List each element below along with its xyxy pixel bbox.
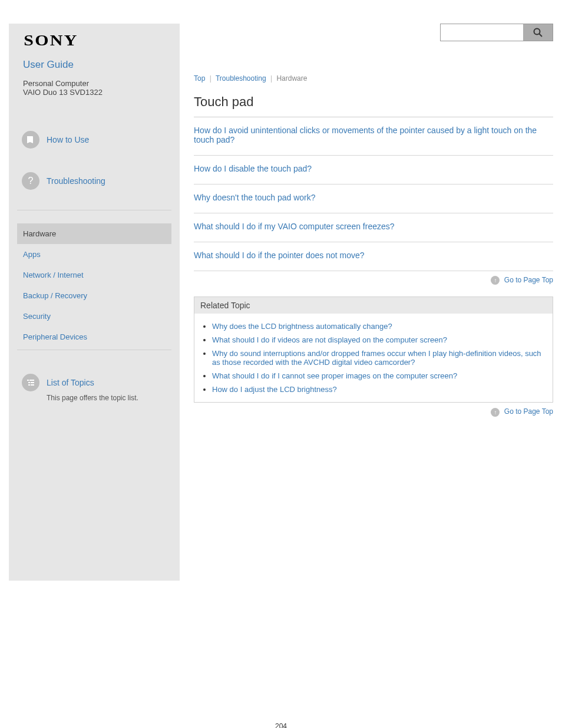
topic-link[interactable]: How do I avoid unintentional clicks or m… (194, 126, 537, 144)
crumb-current: Hardware (276, 74, 307, 83)
magnifier-icon (533, 27, 543, 38)
topic-item: Why doesn't the touch pad work? (194, 185, 553, 213)
brand-logo: SONY (9, 24, 206, 54)
related-link[interactable]: What should I do if I cannot see proper … (212, 371, 457, 380)
book-icon (22, 131, 39, 149)
nav-list-of-topics[interactable]: List of Topics (17, 363, 171, 394)
topic-item: How do I avoid unintentional clicks or m… (194, 117, 553, 156)
subnav-backup[interactable]: Backup / Recovery (17, 285, 171, 306)
crumb-top[interactable]: Top (194, 74, 205, 83)
svg-rect-4 (28, 384, 30, 386)
main-content: Top | Troubleshooting | Hardware Touch p… (180, 24, 553, 581)
sidebar: SONY User Guide Personal Computer VAIO D… (9, 24, 180, 581)
question-icon: ? (22, 172, 39, 190)
user-guide-link[interactable]: User Guide (23, 59, 74, 70)
search-input[interactable] (441, 24, 523, 41)
related-item: How do I adjust the LCD brightness? (212, 383, 547, 396)
subnav-security[interactable]: Security (17, 306, 171, 327)
nav-label: List of Topics (47, 378, 94, 387)
page-title: Touch pad (194, 87, 553, 117)
topic-item: What should I do if my VAIO computer scr… (194, 213, 553, 242)
related-link[interactable]: How do I adjust the LCD brightness? (212, 385, 337, 394)
arrow-up-icon: ↑ (491, 276, 500, 285)
svg-line-7 (540, 34, 543, 37)
search-button[interactable] (523, 24, 553, 41)
page-number: 204 (0, 592, 562, 728)
svg-point-6 (534, 29, 540, 35)
related-link[interactable]: Why does the LCD brightness automaticall… (212, 322, 392, 331)
list-desc: This page offers the topic list. (17, 394, 171, 408)
goto-top-link[interactable]: Go to Page Top (504, 276, 553, 284)
related-item: What should I do if videos are not displ… (212, 333, 547, 347)
model-line2: VAIO Duo 13 SVD1322 (9, 88, 180, 101)
goto-top: ↑ Go to Page Top (194, 271, 553, 297)
related-title: Related Topic (194, 297, 553, 314)
related-link[interactable]: What should I do if videos are not displ… (212, 335, 447, 344)
svg-rect-1 (29, 380, 34, 381)
model-line1: Personal Computer (9, 72, 180, 88)
svg-rect-0 (27, 380, 29, 381)
related-topics: Related Topic Why does the LCD brightnes… (194, 297, 553, 403)
topic-link[interactable]: What should I do if the pointer does not… (194, 251, 365, 260)
topic-link[interactable]: Why doesn't the touch pad work? (194, 193, 316, 202)
search-box (440, 24, 553, 41)
related-item: Why do sound interruptions and/or droppe… (212, 347, 547, 369)
svg-rect-2 (28, 382, 30, 383)
nav-troubleshooting[interactable]: ? Troubleshooting (17, 160, 171, 202)
nav-label: Troubleshooting (47, 176, 105, 186)
svg-rect-5 (31, 384, 34, 386)
subnav-hardware[interactable]: Hardware (17, 223, 171, 244)
topbar (194, 24, 553, 59)
divider (17, 210, 171, 210)
arrow-up-icon: ↑ (491, 408, 500, 417)
breadcrumb: Top | Troubleshooting | Hardware (194, 59, 553, 87)
subnav-peripheral[interactable]: Peripheral Devices (17, 327, 171, 347)
topic-link[interactable]: How do I disable the touch pad? (194, 164, 312, 173)
crumb-trouble[interactable]: Troubleshooting (216, 74, 266, 83)
goto-top-link[interactable]: Go to Page Top (504, 407, 553, 416)
svg-rect-3 (31, 382, 34, 383)
topic-item: What should I do if the pointer does not… (194, 242, 553, 271)
related-item: What should I do if I cannot see proper … (212, 369, 547, 383)
nav-how-to-use[interactable]: How to Use (17, 119, 171, 160)
related-link[interactable]: Why do sound interruptions and/or droppe… (212, 349, 541, 367)
divider (17, 350, 171, 350)
subnav-apps[interactable]: Apps (17, 244, 171, 265)
subnav-network[interactable]: Network / Internet (17, 265, 171, 285)
goto-top: ↑ Go to Page Top (194, 403, 553, 428)
list-icon (22, 374, 39, 391)
topic-item: How do I disable the touch pad? (194, 156, 553, 185)
topic-link[interactable]: What should I do if my VAIO computer scr… (194, 222, 395, 231)
nav-label: How to Use (47, 135, 89, 144)
related-item: Why does the LCD brightness automaticall… (212, 319, 547, 333)
